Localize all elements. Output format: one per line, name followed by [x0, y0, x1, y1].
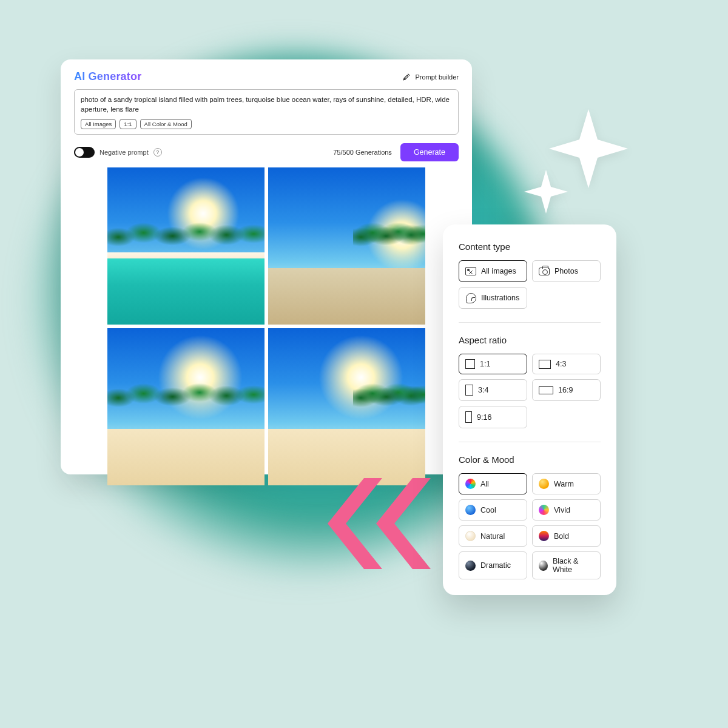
help-icon[interactable]: ? — [153, 148, 162, 157]
chip-all-images[interactable]: All Images — [81, 119, 116, 129]
result-thumbnail[interactable] — [107, 328, 265, 485]
option-ratio-3-4[interactable]: 3:4 — [459, 379, 527, 401]
negative-prompt-label: Negative prompt — [99, 149, 149, 156]
aspect-1-1-icon — [465, 359, 475, 369]
swatch-bold-icon — [539, 531, 549, 541]
option-label: 16:9 — [558, 386, 573, 394]
option-label: 9:16 — [477, 413, 491, 422]
option-label: All — [480, 480, 489, 488]
option-ratio-1-1[interactable]: 1:1 — [459, 354, 527, 374]
aspect-4-3-icon — [539, 360, 551, 369]
aspect-9-16-icon — [465, 411, 472, 423]
option-ratio-16-9[interactable]: 16:9 — [532, 379, 601, 401]
option-label: 3:4 — [478, 386, 488, 394]
swatch-vivid-icon — [539, 505, 549, 515]
option-label: 1:1 — [480, 360, 490, 368]
sparkle-icon — [516, 103, 637, 227]
option-ratio-9-16[interactable]: 9:16 — [459, 406, 527, 428]
option-label: Illustrations — [481, 294, 519, 302]
generations-count: 75/500 Generations — [333, 149, 392, 156]
option-label: Warm — [554, 480, 574, 488]
section-title-aspect-ratio: Aspect ratio — [459, 335, 601, 345]
section-title-color-mood: Color & Mood — [459, 454, 601, 465]
image-icon — [465, 266, 476, 277]
swatch-bw-icon — [539, 561, 548, 571]
tools-icon — [401, 72, 412, 83]
swatch-all-icon — [465, 479, 476, 489]
result-thumbnail[interactable] — [268, 328, 425, 485]
palette-icon — [465, 292, 476, 303]
option-mood-natural[interactable]: Natural — [459, 525, 527, 547]
result-thumbnail[interactable] — [107, 167, 265, 325]
option-mood-bold[interactable]: Bold — [532, 525, 601, 547]
aspect-16-9-icon — [539, 386, 553, 394]
option-ratio-4-3[interactable]: 4:3 — [532, 354, 601, 374]
prompt-builder-label: Prompt builder — [415, 73, 459, 81]
ai-generator-card: AI Generator Prompt builder photo of a s… — [61, 59, 472, 474]
option-illustrations[interactable]: Illustrations — [459, 287, 527, 309]
section-title-content-type: Content type — [459, 241, 601, 252]
option-label: All images — [481, 267, 516, 275]
option-mood-bw[interactable]: Black & White — [532, 551, 601, 579]
option-label: Photos — [554, 267, 578, 275]
option-label: Bold — [554, 532, 569, 541]
option-mood-dramatic[interactable]: Dramatic — [459, 551, 527, 579]
prompt-text: photo of a sandy tropical island filled … — [81, 95, 452, 114]
option-label: 4:3 — [556, 360, 566, 368]
options-panel: Content type All images Photos Illustrat… — [443, 224, 616, 595]
option-photos[interactable]: Photos — [532, 260, 601, 282]
prompt-builder-link[interactable]: Prompt builder — [401, 72, 459, 83]
option-label: Dramatic — [480, 561, 511, 570]
swatch-cool-icon — [465, 505, 476, 515]
option-mood-cool[interactable]: Cool — [459, 499, 527, 521]
option-label: Natural — [480, 532, 505, 541]
negative-prompt-toggle[interactable] — [74, 147, 95, 158]
generate-button[interactable]: Generate — [400, 143, 459, 161]
chevron-left-icon — [315, 466, 431, 581]
camera-icon — [539, 266, 550, 277]
option-label: Black & White — [553, 557, 594, 574]
swatch-natural-icon — [465, 531, 476, 541]
result-thumbnail[interactable] — [268, 167, 425, 325]
option-mood-all[interactable]: All — [459, 473, 527, 494]
app-title: AI Generator — [74, 70, 141, 83]
option-mood-vivid[interactable]: Vivid — [532, 499, 601, 521]
option-label: Vivid — [554, 506, 570, 514]
divider — [459, 442, 601, 442]
divider — [459, 322, 601, 323]
results-grid — [107, 167, 425, 485]
chip-color-mood[interactable]: All Color & Mood — [140, 119, 192, 129]
chip-ratio[interactable]: 1:1 — [120, 119, 136, 129]
option-label: Cool — [480, 506, 496, 514]
option-mood-warm[interactable]: Warm — [532, 473, 601, 494]
prompt-input[interactable]: photo of a sandy tropical island filled … — [74, 89, 459, 135]
swatch-dramatic-icon — [465, 561, 476, 571]
aspect-3-4-icon — [465, 385, 473, 396]
option-all-images[interactable]: All images — [459, 260, 527, 282]
swatch-warm-icon — [539, 479, 549, 489]
